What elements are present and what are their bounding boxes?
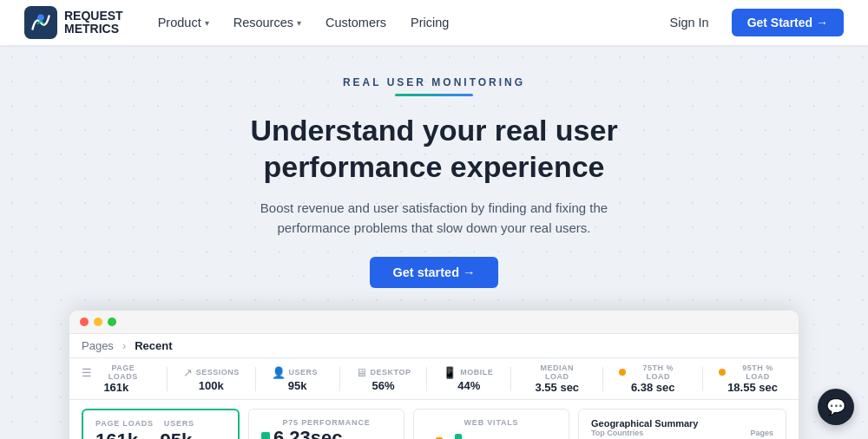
card-value-users: 95k [154,429,199,439]
hero-subtitle: Boost revenue and user satisfaction by f… [252,198,616,239]
geo-col-pages: Pages [750,429,773,437]
mobile-icon: 📱 [443,366,457,379]
logo[interactable]: REQUEST METRICS [24,6,123,39]
stat-mobile: 📱 MOBILE 44% [443,366,495,392]
nav-resources[interactable]: Resources ▾ [223,10,312,35]
logo-line2: METRICS [64,23,123,36]
stat-95-load: 95TH % LOAD 18.55 sec [719,364,786,394]
stat-users: 👤 USERS 95k [272,366,324,392]
geo-title: Geographical Summary [591,418,699,429]
chat-bubble-button[interactable]: 💬 [818,389,854,425]
stat-sep-1 [167,367,168,391]
stat-median-load: MEDIAN LOAD 3.55 sec [527,364,587,394]
stat-sessions: ↗ SESSIONS 100k [183,366,240,392]
stat-sep-5 [510,367,511,391]
breadcrumb-recent[interactable]: Recent [135,339,172,352]
nav-links: Product ▾ Resources ▾ Customers Pricing [148,10,661,35]
card-p75-performance: P75 PERFORMANCE 6.23sec [248,409,404,439]
card-page-loads-users: PAGE LOADS USERS 161k 110 minutes 95k 1.… [82,409,240,439]
hero-content: REAL USER MONITORING Understand your rea… [17,76,851,439]
hero-title: Understand your real user performance ex… [208,112,660,186]
breadcrumb-pages[interactable]: Pages [82,339,114,352]
stat-sep-7 [702,367,703,391]
web-vitals-bars [426,430,556,439]
hero-cta-button[interactable]: Get started → [370,257,497,288]
dashboard-titlebar [69,311,799,334]
stat-page-loads: ☰ PAGE LOADS 161k [82,364,151,394]
card-label-page-loads: PAGE LOADS [95,419,154,428]
dashboard-header: Pages › Recent [69,334,799,358]
dashboard-body: PAGE LOADS USERS 161k 110 minutes 95k 1.… [69,400,799,439]
stat-desktop: 🖥 DESKTOP 56% [356,366,411,392]
web-bar-4 [455,434,462,439]
stat-sep-4 [426,367,427,391]
logo-line1: REQUEST [64,10,123,23]
window-close-dot [80,318,89,326]
stat-75-load: 75TH % LOAD 6.38 sec [619,364,687,394]
perf-bar-icon [261,432,270,439]
hero-tag-underline [395,94,473,96]
sign-in-button[interactable]: Sign In [661,10,717,35]
chevron-down-icon: ▾ [205,18,209,28]
orange-indicator [619,369,626,376]
chat-icon: 💬 [826,397,845,416]
sessions-icon: ↗ [183,366,193,379]
nav-product[interactable]: Product ▾ [148,10,220,35]
geo-header: Geographical Summary [591,418,773,429]
hero-section: REAL USER MONITORING Understand your rea… [0,45,868,439]
dashboard-preview: Pages › Recent ☰ PAGE LOADS 161k ↗ [69,311,799,439]
card-label-users: USERS [164,419,194,428]
window-maximize-dot [108,318,116,326]
get-started-nav-button[interactable]: Get Started → [732,9,844,36]
nav-pricing[interactable]: Pricing [400,10,459,35]
stat-sep-3 [339,367,340,391]
users-icon: 👤 [272,366,286,379]
perf-value: 6.23sec [261,427,391,439]
stat-sep-6 [602,367,603,391]
card-web-vitals: WEB VITALS [413,409,569,439]
hero-tag: REAL USER MONITORING [17,76,851,88]
geo-column-headers: Top Countries Pages [591,429,773,437]
stats-bar: ☰ PAGE LOADS 161k ↗ SESSIONS 100k [69,358,799,400]
perf-label: P75 PERFORMANCE [261,418,391,427]
nav-customers[interactable]: Customers [315,10,397,35]
chevron-down-icon: ▾ [297,18,301,28]
page-loads-icon: ☰ [82,366,92,379]
desktop-icon: 🖥 [356,366,367,379]
navbar: REQUEST METRICS Product ▾ Resources ▾ Cu… [0,0,868,45]
geo-col-countries: Top Countries [591,429,643,437]
breadcrumb-separator: › [122,339,126,352]
nav-right: Sign In Get Started → [661,9,844,36]
card-value-page-loads: 161k [95,429,138,439]
web-vitals-label: WEB VITALS [426,418,556,427]
window-minimize-dot [94,318,102,326]
orange-indicator-2 [719,369,726,376]
card-geo-summary: Geographical Summary Top Countries Pages… [578,409,786,439]
stat-sep-2 [255,367,256,391]
